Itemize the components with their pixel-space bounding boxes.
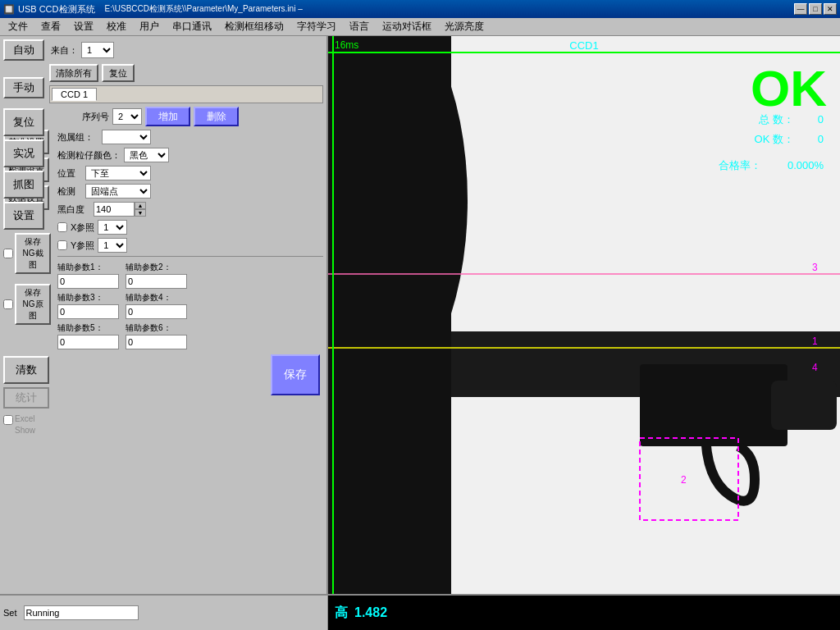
svg-text:4: 4 [812, 362, 818, 373]
aux-param6-input[interactable] [126, 335, 187, 349]
x-param-row: X参照 1 [57, 220, 323, 235]
attr-group-select[interactable] [102, 130, 151, 144]
x-param-checkbox[interactable] [57, 222, 67, 232]
gray-level-row: 黑白度 ▲ ▼ [57, 202, 323, 217]
save-ng-original-checkbox[interactable] [3, 299, 13, 309]
y-param-label: Y参照 [71, 240, 94, 252]
menu-motion[interactable]: 运动对话框 [376, 18, 438, 35]
close-button[interactable]: ✕ [824, 3, 837, 15]
total-value: 0 [807, 110, 824, 130]
source-label: 来自： [51, 44, 78, 57]
menu-view[interactable]: 查看 [34, 18, 67, 35]
x-param-select[interactable]: 1 [98, 220, 127, 235]
position-label: 位置 [57, 167, 82, 180]
menu-user[interactable]: 用户 [133, 18, 166, 35]
gray-level-down[interactable]: ▼ [135, 209, 146, 217]
save-ng-original-button[interactable]: 保存 NG原 图 [15, 284, 51, 325]
left-panel: 自动 来自： 1 手动 清除所有 复位 CCD 1 序列号 2 增加 删除 [0, 36, 328, 594]
clear-button[interactable]: 清数 [3, 356, 49, 384]
menu-bar: 文件 查看 设置 校准 用户 串口通讯 检测框组移动 字符学习 语言 运动对话框… [0, 18, 840, 36]
reset-button[interactable]: 复位 [3, 108, 44, 136]
serial-label: 序列号 [82, 111, 109, 123]
separator-1 [57, 256, 323, 257]
menu-settings[interactable]: 设置 [67, 18, 100, 35]
save-ng-image-button[interactable]: 保存 NG截 图 [15, 233, 51, 274]
stats-display: 总 数： 0 OK 数： 0 合格率： 0.000% [719, 110, 824, 176]
detect-type-select[interactable]: 固端点 [85, 184, 151, 199]
set-label: Set [3, 608, 17, 618]
aux-col-4: 辅助参数4： [126, 292, 187, 319]
position-select[interactable]: 下至 [85, 166, 151, 180]
y-param-select[interactable]: 1 [98, 238, 127, 253]
excel-show-label: Excel Show [15, 413, 35, 436]
menu-char-learn[interactable]: 字符学习 [290, 18, 343, 35]
auto-button[interactable]: 自动 [3, 39, 44, 61]
aux-param4-input[interactable] [126, 304, 187, 319]
menu-file[interactable]: 文件 [2, 18, 34, 35]
menu-light[interactable]: 光源亮度 [438, 18, 491, 35]
aux-param3-label: 辅助参数3： [57, 292, 119, 304]
measurement-value: 1.482 [354, 605, 387, 620]
form-area: 泡属组： 检测粒仔颜色： 黑色 位置 下至 [52, 130, 323, 436]
y-param-row: Y参照 1 [57, 238, 323, 253]
gray-level-input[interactable] [94, 202, 135, 217]
attr-group-row: 泡属组： [57, 130, 323, 144]
aux-param2-input[interactable] [126, 274, 187, 289]
menu-language[interactable]: 语言 [343, 18, 376, 35]
aux-col-1: 辅助参数1： [57, 262, 119, 289]
settings-side-button[interactable]: 设置 [3, 202, 44, 230]
gray-level-label: 黑白度 [57, 203, 90, 216]
svg-rect-4 [640, 364, 788, 446]
clear-all-button[interactable]: 清除所有 [49, 64, 98, 82]
detect-type-row: 检测 固端点 [57, 184, 323, 199]
svg-text:1: 1 [812, 336, 818, 347]
aux-param4-label: 辅助参数4： [126, 292, 187, 304]
ccd1-label: CCD1 [569, 39, 598, 52]
menu-detect-move[interactable]: 检测框组移动 [218, 18, 290, 35]
aux-param1-input[interactable] [57, 274, 119, 289]
aux-row-1: 辅助参数1： 辅助参数2： [57, 262, 323, 289]
ok-text: OK [751, 59, 827, 117]
main-content-area: 基准设置 检测设置 数据设置 保存 NG截 图 保存 NG原 图 清数 统计 [3, 130, 323, 436]
running-input[interactable] [24, 605, 139, 620]
add-button[interactable]: 增加 [145, 107, 190, 126]
bottom-left: Set [0, 596, 328, 630]
svg-text:2: 2 [681, 474, 687, 486]
title-bar-left: 🔲 USB CCD检测系统 E:\USBCCD检测系统\\Parameter\M… [3, 3, 303, 16]
manual-button[interactable]: 手动 [3, 77, 44, 98]
aux-col-6: 辅助参数6： [126, 322, 187, 349]
svg-text:3: 3 [812, 262, 818, 273]
position-row: 位置 下至 [57, 166, 323, 180]
menu-calibrate[interactable]: 校准 [100, 18, 133, 35]
attr-group-label: 泡属组： [57, 131, 98, 144]
total-label: 总 数： [759, 110, 794, 130]
svg-rect-2 [328, 36, 451, 594]
aux-param3-input[interactable] [57, 304, 119, 319]
aux-row-2: 辅助参数3： 辅助参数4： [57, 292, 323, 319]
minimize-button[interactable]: — [794, 3, 807, 15]
excel-show-checkbox[interactable] [3, 415, 13, 425]
ccd-tab[interactable]: CCD 1 [52, 88, 97, 101]
timing-label: 16ms [335, 39, 358, 51]
menu-serial[interactable]: 串口通讯 [166, 18, 218, 35]
stats-button: 统计 [3, 387, 49, 409]
y-param-checkbox[interactable] [57, 240, 67, 250]
serial-select[interactable]: 2 [112, 108, 142, 125]
capture-button[interactable]: 抓图 [3, 171, 44, 199]
delete-button[interactable]: 删除 [194, 107, 239, 126]
gray-level-spinner: ▲ ▼ [94, 202, 146, 217]
title-bar-controls: — □ ✕ [794, 3, 837, 15]
source-select[interactable]: 1 [81, 42, 114, 58]
gray-level-up[interactable]: ▲ [135, 202, 146, 209]
save-button[interactable]: 保存 [271, 354, 320, 395]
live-button[interactable]: 实况 [3, 139, 44, 167]
maximize-button[interactable]: □ [809, 3, 822, 15]
path-text: E:\USBCCD检测系统\\Parameter\My_Parameters.i… [105, 3, 303, 15]
aux-param5-input[interactable] [57, 335, 119, 349]
aux-row-3: 辅助参数5： 辅助参数6： [57, 322, 323, 349]
restore-button[interactable]: 复位 [102, 64, 135, 82]
aux-col-2: 辅助参数2： [126, 262, 187, 289]
detect-color-select[interactable]: 黑色 [124, 148, 169, 162]
pass-rate-value: 0.000% [774, 156, 824, 176]
save-ng-image-checkbox[interactable] [3, 249, 13, 258]
